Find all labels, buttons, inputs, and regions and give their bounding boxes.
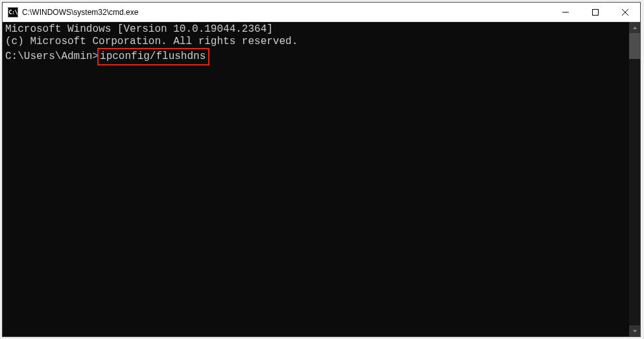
minimize-button[interactable]	[551, 3, 580, 21]
chevron-up-icon	[632, 25, 638, 30]
close-button[interactable]	[610, 3, 640, 21]
maximize-icon	[592, 9, 599, 16]
console-area: Microsoft Windows [Version 10.0.19044.23…	[3, 22, 640, 336]
command-text: ipconfig/flushdns	[100, 51, 206, 62]
svg-rect-1	[593, 9, 599, 15]
prompt-line: C:\Users\Admin>ipconfig/flushdns	[5, 48, 626, 65]
close-icon	[622, 9, 628, 16]
window-controls	[551, 3, 640, 21]
cmd-window: C:\ C:\WINDOWS\system32\cmd.exe Microsof…	[2, 2, 641, 337]
copyright-line: (c) Microsoft Corporation. All rights re…	[5, 36, 626, 48]
window-title: C:\WINDOWS\system32\cmd.exe	[22, 8, 551, 17]
console-output[interactable]: Microsoft Windows [Version 10.0.19044.23…	[3, 22, 629, 336]
svg-marker-5	[633, 330, 637, 333]
prompt-text: C:\Users\Admin>	[5, 51, 99, 62]
command-highlight: ipconfig/flushdns	[97, 48, 209, 65]
scrollbar-thumb[interactable]	[629, 33, 640, 59]
scroll-down-button[interactable]	[629, 325, 640, 336]
svg-marker-4	[633, 27, 637, 29]
chevron-down-icon	[632, 329, 638, 334]
scrollbar-track[interactable]	[629, 33, 640, 325]
cmd-icon: C:\	[8, 7, 18, 18]
minimize-icon	[562, 9, 569, 16]
scroll-up-button[interactable]	[629, 22, 640, 33]
version-line: Microsoft Windows [Version 10.0.19044.23…	[5, 23, 626, 36]
titlebar[interactable]: C:\ C:\WINDOWS\system32\cmd.exe	[3, 3, 640, 22]
maximize-button[interactable]	[580, 3, 610, 21]
vertical-scrollbar[interactable]	[629, 22, 640, 336]
